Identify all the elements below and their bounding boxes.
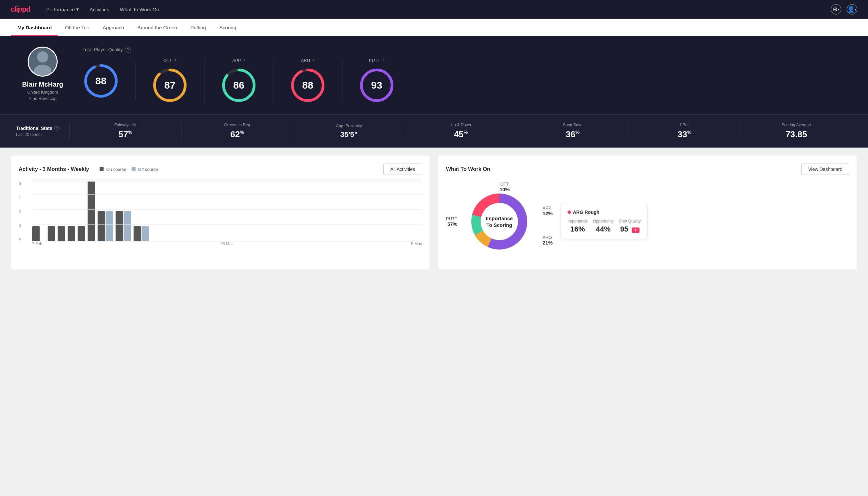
bar[interactable] [78,226,85,241]
bar-group [32,226,40,241]
legend-on-course: On course [99,167,126,172]
help-icon[interactable]: ? [125,47,131,52]
donut-section: PUTT 57% [446,182,849,262]
bar[interactable] [48,226,55,241]
svg-point-2 [34,65,51,77]
bar[interactable] [68,226,75,241]
bar[interactable] [106,211,113,241]
chart-x-labels: 7 Feb 28 Mar 9 May [32,242,422,246]
stat-greens-in-reg: Greens In Reg 62% [181,123,293,140]
bar[interactable] [133,226,141,241]
bar[interactable] [115,211,123,241]
bar-group [98,211,113,241]
metric-opportunity: Opportunity 44% [593,219,614,233]
bar-group [133,226,149,241]
bar[interactable] [142,226,149,241]
player-name: Blair McHarg [22,81,63,88]
activity-panel: Activity - 3 Months - Weekly On course O… [11,156,430,269]
score-ott-value: 87 [164,80,175,91]
player-handicap: Plus Handicap [29,96,57,101]
chart-legend: On course Off course [99,167,158,172]
bar[interactable] [58,226,65,241]
score-putt-value: 93 [371,80,382,91]
nav-right: ⊕ ▾ 👤 ▾ [831,4,857,15]
score-arg-value: 88 [302,80,313,91]
scores-row: 88 OTT ↗ 87 AP [83,58,852,104]
trend-up-icon: ↗ [242,58,246,63]
nav-activities[interactable]: Activities [90,5,109,14]
tpq-label: Total Player Quality ? [83,47,852,52]
tab-putting[interactable]: Putting [184,19,213,36]
add-button[interactable]: ⊕ ▾ [831,4,841,15]
stat-sand-save: Sand Save 36% [517,123,629,140]
metric-shot-quality: Shot Quality 95 ▼ [619,219,641,233]
shot-quality-badge: ▼ [632,228,640,233]
arg-rough-dot [568,211,571,214]
trend-up-icon: ↗ [381,58,384,63]
help-icon[interactable]: ? [54,126,60,131]
circle-main: 88 [83,63,119,99]
circle-putt: 93 [358,67,395,104]
stat-scoring-average: Scoring Average 73.85 [740,123,852,140]
circle-app: 86 [221,67,257,104]
bar-group [88,181,95,241]
circle-ott: 87 [152,67,188,104]
score-putt-label: PUTT ↗ [369,58,385,63]
ott-label: OTT 10% [500,182,510,192]
tab-my-dashboard[interactable]: My Dashboard [11,19,58,36]
stat-1-putt: 1 Putt 33% [629,123,740,140]
chevron-down-icon: ▾ [76,6,79,12]
bar[interactable] [88,181,95,241]
info-card: ARG Rough Importance 16% Opportunity 44%… [561,204,647,239]
player-info: Blair McHarg United Kingdom Plus Handica… [16,47,69,101]
info-card-title-text: ARG Rough [573,210,599,215]
circle-arg: 88 [289,67,326,104]
tab-approach[interactable]: Approach [96,19,130,36]
nav-performance[interactable]: Performance ▾ [46,5,79,14]
donut-area: PUTT 57% [446,182,553,262]
activity-panel-header: Activity - 3 Months - Weekly On course O… [19,164,422,175]
svg-point-1 [37,51,48,63]
stat-fairways-hit: Fairways Hit 57% [69,123,181,140]
bar[interactable] [32,226,40,241]
chevron-down-icon: ▾ [838,7,840,12]
all-activities-button[interactable]: All Activities [383,164,422,175]
traditional-stats-title: Traditional Stats [16,126,52,131]
score-main: 88 [83,63,136,99]
stat-up-down: Up & Down 45% [405,123,517,140]
bar-group [115,211,131,241]
avatar [28,47,58,77]
chart-y-labels: 4 3 2 1 0 [19,182,21,242]
bar[interactable] [98,211,105,241]
player-location: United Kingdom [27,90,58,95]
score-ott-label: OTT ↗ [163,58,176,63]
bar-group [78,226,85,241]
app-label: APP 12% [542,205,553,216]
chart-area: 4 3 2 1 0 [19,182,422,255]
view-dashboard-button[interactable]: View Dashboard [801,164,849,175]
stat-app-proximity: App. Proximity 35'5" [293,124,405,139]
score-app-label: APP ↗ [232,58,245,63]
score-arg-label: ARG ↗ [301,58,314,63]
bar-group [68,226,75,241]
user-button[interactable]: 👤 ▾ [847,4,857,15]
score-main-value: 88 [95,75,106,87]
score-ott: OTT ↗ 87 [136,58,205,104]
chevron-down-icon: ▾ [855,7,857,12]
nav-what-to-work-on[interactable]: What To Work On [120,5,159,14]
tab-off-the-tee[interactable]: Off the Tee [58,19,96,36]
score-app-value: 86 [233,80,244,91]
what-to-work-on-panel: What To Work On View Dashboard PUTT 57% [438,156,857,269]
score-app: APP ↗ 86 [205,58,273,104]
chart-bars [32,182,422,242]
info-metrics: Importance 16% Opportunity 44% Shot Qual… [568,219,641,233]
bar[interactable] [124,211,131,241]
putt-label: PUTT 57% [446,216,457,227]
arg-label: ARG 21% [542,235,553,246]
navbar: clippd Performance ▾ Activities What To … [0,0,868,19]
bar-group [48,226,55,241]
tab-scoring[interactable]: Scoring [212,19,243,36]
tab-around-the-green[interactable]: Around the Green [130,19,184,36]
legend-off-course: Off course [131,167,158,172]
user-icon: 👤 [847,6,855,13]
